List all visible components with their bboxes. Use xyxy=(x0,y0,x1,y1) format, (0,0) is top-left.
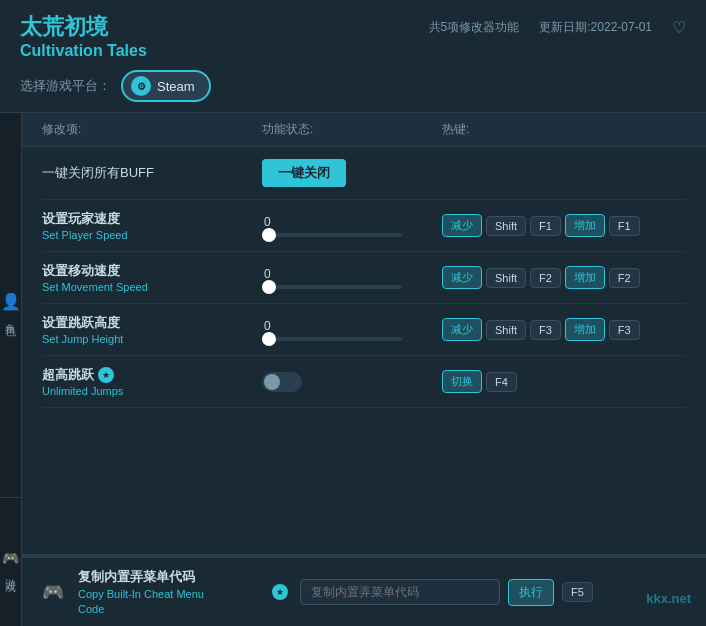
player-speed-decrease-btn[interactable]: 减少 xyxy=(442,214,482,237)
switch-thumb xyxy=(264,374,280,390)
toggle-buff-button[interactable]: 一键关闭 xyxy=(262,159,346,187)
jump-height-f3-inc-btn[interactable]: F3 xyxy=(609,320,640,340)
move-speed-f2-inc-btn[interactable]: F2 xyxy=(609,268,640,288)
watermark: kkx.net xyxy=(646,591,691,606)
app-container: 太荒初境 Cultivation Tales 共5项修改器功能 更新日期:202… xyxy=(0,0,706,626)
move-speed-f2-dec-btn[interactable]: F2 xyxy=(530,268,561,288)
player-speed-value: 0 xyxy=(264,215,271,229)
move-speed-en: Set Movement Speed xyxy=(42,281,262,293)
header-meta: 共5项修改器功能 更新日期:2022-07-01 ♡ xyxy=(429,18,686,37)
star-badge-icon: ★ xyxy=(98,367,114,383)
platform-button-label: Steam xyxy=(157,79,195,94)
jump-height-f3-dec-btn[interactable]: F3 xyxy=(530,320,561,340)
content-sections: 修改项: 功能状态: 热键: 一键关闭所有BUFF 一键关闭 xyxy=(22,113,706,626)
unlimited-jumps-f4-btn[interactable]: F4 xyxy=(486,372,517,392)
steam-icon: ⚙ xyxy=(131,76,151,96)
player-speed-hotkeys: 减少 Shift F1 增加 F1 xyxy=(442,214,686,237)
platform-button[interactable]: ⚙ Steam xyxy=(121,70,211,102)
unlimited-jumps-en: Unlimited Jumps xyxy=(42,385,262,397)
move-speed-slider-block: 0 xyxy=(262,267,442,289)
mod-row-unlimited-jumps: 超高跳跃 ★ Unlimited Jumps 切换 F4 xyxy=(42,356,686,408)
player-speed-en: Set Player Speed xyxy=(42,229,262,241)
jump-height-shift-btn[interactable]: Shift xyxy=(486,320,526,340)
content-area: 👤 角色 🎮 游戏 修改项: 功能状态: 热键: 一键关 xyxy=(0,113,706,626)
bottom-game-icon: 🎮 xyxy=(42,581,64,603)
player-speed-increase-btn[interactable]: 增加 xyxy=(565,214,605,237)
toggle-status-cell: 一键关闭 xyxy=(262,159,442,187)
player-speed-thumb[interactable] xyxy=(262,228,276,242)
col-header-status: 功能状态: xyxy=(262,121,442,138)
cheat-code-input[interactable] xyxy=(300,579,500,605)
player-speed-shift-btn[interactable]: Shift xyxy=(486,216,526,236)
game-title-cn: 太荒初境 xyxy=(20,14,147,40)
jump-height-slider-block: 0 xyxy=(262,319,442,341)
player-speed-track[interactable] xyxy=(262,233,402,237)
unlimited-jumps-switch[interactable] xyxy=(262,372,302,392)
header: 太荒初境 Cultivation Tales 共5项修改器功能 更新日期:202… xyxy=(0,0,706,113)
player-speed-f1-dec-btn[interactable]: F1 xyxy=(530,216,561,236)
mod-row-player-speed: 设置玩家速度 Set Player Speed 0 减少 xyxy=(42,200,686,252)
jump-height-value: 0 xyxy=(264,319,271,333)
move-speed-shift-btn[interactable]: Shift xyxy=(486,268,526,288)
unlimited-jumps-hotkeys: 切换 F4 xyxy=(442,370,686,393)
player-speed-cn: 设置玩家速度 xyxy=(42,210,262,228)
unlimited-jumps-switch-cell xyxy=(262,372,442,392)
jump-height-decrease-btn[interactable]: 减少 xyxy=(442,318,482,341)
jump-height-increase-btn[interactable]: 增加 xyxy=(565,318,605,341)
exec-label: 执行 xyxy=(519,585,543,599)
sidebar: 👤 角色 🎮 游戏 xyxy=(0,113,22,626)
jump-height-track[interactable] xyxy=(262,337,402,341)
jump-height-cn: 设置跳跃高度 xyxy=(42,314,262,332)
move-speed-hotkeys: 减少 Shift F2 增加 F2 xyxy=(442,266,686,289)
jump-height-thumb[interactable] xyxy=(262,332,276,346)
copy-code-cn: 复制内置弄菜单代码 xyxy=(78,568,258,586)
move-speed-decrease-btn[interactable]: 减少 xyxy=(442,266,482,289)
move-speed-value: 0 xyxy=(264,267,271,281)
platform-row: 选择游戏平台： ⚙ Steam xyxy=(20,70,686,102)
mod-section: 一键关闭所有BUFF 一键关闭 设置玩家速度 Set Player Speed xyxy=(22,147,706,408)
sidebar-character-label: 角色 xyxy=(3,315,18,319)
mod-name-toggle-buff: 一键关闭所有BUFF xyxy=(42,164,262,182)
platform-label: 选择游戏平台： xyxy=(20,77,111,95)
mod-row-jump-height: 设置跳跃高度 Set Jump Height 0 减少 xyxy=(42,304,686,356)
character-icon: 👤 xyxy=(1,292,21,311)
mod-count: 共5项修改器功能 xyxy=(429,19,520,36)
bottom-input-area: ★ 执行 F5 xyxy=(272,579,686,606)
mod-name-block-speed: 设置玩家速度 Set Player Speed xyxy=(42,210,262,241)
bottom-star-badge: ★ xyxy=(272,584,288,600)
sidebar-game-label: 游戏 xyxy=(3,570,18,574)
column-headers: 修改项: 功能状态: 热键: xyxy=(22,113,706,147)
sidebar-game-section: 🎮 游戏 xyxy=(0,498,21,626)
copy-code-en: Copy Built-In Cheat MenuCode xyxy=(78,587,258,616)
unlimited-jumps-cn: 超高跳跃 xyxy=(42,366,94,384)
update-date: 更新日期:2022-07-01 xyxy=(539,19,652,36)
mod-row-move-speed: 设置移动速度 Set Movement Speed 0 减少 xyxy=(42,252,686,304)
move-speed-thumb[interactable] xyxy=(262,280,276,294)
mod-row-toggle-buff: 一键关闭所有BUFF 一键关闭 xyxy=(42,147,686,200)
jump-height-hotkeys: 减少 Shift F3 增加 F3 xyxy=(442,318,686,341)
favorite-icon[interactable]: ♡ xyxy=(672,18,686,37)
unlimited-jumps-toggle-btn[interactable]: 切换 xyxy=(442,370,482,393)
player-speed-f1-inc-btn[interactable]: F1 xyxy=(609,216,640,236)
exec-f5-btn[interactable]: F5 xyxy=(562,582,593,602)
move-speed-track[interactable] xyxy=(262,285,402,289)
player-speed-slider-block: 0 xyxy=(262,215,442,237)
col-header-hotkey: 热键: xyxy=(442,121,686,138)
col-header-mod: 修改项: xyxy=(42,121,262,138)
move-speed-increase-btn[interactable]: 增加 xyxy=(565,266,605,289)
jump-height-en: Set Jump Height xyxy=(42,333,262,345)
mod-name-block-ujumps: 超高跳跃 ★ Unlimited Jumps xyxy=(42,366,262,397)
game-title-en: Cultivation Tales xyxy=(20,42,147,60)
bottom-mod-name-block: 复制内置弄菜单代码 Copy Built-In Cheat MenuCode xyxy=(78,568,258,616)
mod-name-block-jump: 设置跳跃高度 Set Jump Height xyxy=(42,314,262,345)
top-content: 修改项: 功能状态: 热键: 一键关闭所有BUFF 一键关闭 xyxy=(22,113,706,554)
game-icon: 🎮 xyxy=(2,550,19,566)
sidebar-character-section: 👤 角色 xyxy=(0,113,21,497)
mod-name-block-move: 设置移动速度 Set Movement Speed xyxy=(42,262,262,293)
execute-button[interactable]: 执行 xyxy=(508,579,554,606)
bottom-section: 🎮 复制内置弄菜单代码 Copy Built-In Cheat MenuCode… xyxy=(22,556,706,626)
move-speed-cn: 设置移动速度 xyxy=(42,262,262,280)
